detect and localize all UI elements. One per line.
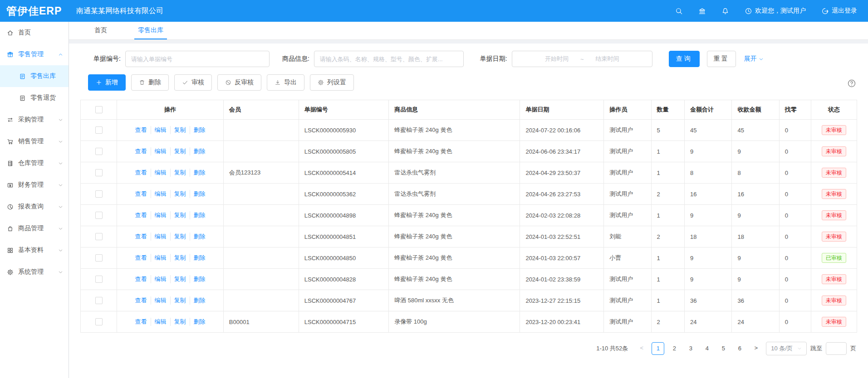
search-button[interactable]: 查询 bbox=[669, 51, 700, 67]
tab-retail-outbound[interactable]: 零售出库 bbox=[132, 21, 170, 39]
logout-button[interactable]: 退出登录 bbox=[821, 7, 857, 15]
action-view-link[interactable]: 查看 bbox=[132, 275, 151, 283]
page-button-6[interactable]: 6 bbox=[733, 342, 746, 355]
action-view-link[interactable]: 查看 bbox=[132, 254, 151, 262]
bell-icon[interactable] bbox=[721, 7, 729, 15]
date-separator: ~ bbox=[580, 56, 584, 63]
reset-button[interactable]: 重置 bbox=[707, 51, 736, 67]
action-view-link[interactable]: 查看 bbox=[132, 126, 151, 134]
help-icon[interactable] bbox=[847, 79, 856, 90]
sidebar-item-retail-outbound[interactable]: 零售出库 bbox=[0, 65, 69, 87]
page-button-2[interactable]: 2 bbox=[668, 342, 681, 355]
action-delete-link[interactable]: 删除 bbox=[190, 147, 209, 155]
action-delete-link[interactable]: 删除 bbox=[190, 190, 209, 198]
action-copy-link[interactable]: 复制 bbox=[170, 254, 190, 262]
action-delete-link[interactable]: 删除 bbox=[190, 169, 209, 177]
action-copy-link[interactable]: 复制 bbox=[170, 211, 190, 219]
row-checkbox[interactable] bbox=[95, 233, 103, 240]
sidebar-item-basic-data[interactable]: 基本资料 bbox=[0, 239, 69, 261]
product-info-input[interactable] bbox=[314, 51, 464, 67]
action-delete-link[interactable]: 删除 bbox=[190, 275, 209, 283]
action-delete-link[interactable]: 删除 bbox=[190, 296, 209, 305]
expand-filters-link[interactable]: 展开 bbox=[744, 55, 764, 63]
action-edit-link[interactable]: 编辑 bbox=[151, 296, 170, 305]
row-checkbox[interactable] bbox=[95, 190, 103, 198]
action-delete-link[interactable]: 删除 bbox=[190, 318, 209, 326]
action-view-link[interactable]: 查看 bbox=[132, 147, 151, 155]
action-copy-link[interactable]: 复制 bbox=[170, 126, 190, 134]
bill-no-input[interactable] bbox=[125, 51, 270, 67]
action-edit-link[interactable]: 编辑 bbox=[151, 318, 170, 326]
sidebar-item-product-manage[interactable]: 商品管理 bbox=[0, 218, 69, 239]
unaudit-button[interactable]: 反审核 bbox=[217, 74, 261, 91]
row-checkbox[interactable] bbox=[95, 318, 103, 325]
action-view-link[interactable]: 查看 bbox=[132, 318, 151, 326]
row-checkbox[interactable] bbox=[95, 297, 103, 304]
page-button-3[interactable]: 3 bbox=[684, 342, 697, 355]
member-cell: 会员123123 bbox=[223, 162, 299, 184]
action-edit-link[interactable]: 编辑 bbox=[151, 147, 170, 155]
action-view-link[interactable]: 查看 bbox=[132, 190, 151, 198]
action-delete-link[interactable]: 删除 bbox=[190, 254, 209, 262]
bill-no-cell: LSCK00000004851 bbox=[299, 226, 388, 247]
select-all-checkbox[interactable] bbox=[95, 106, 103, 113]
date-range-input[interactable]: 开始时间 ~ 结束时间 bbox=[512, 51, 652, 67]
sidebar-item-retail-manage[interactable]: 零售管理 bbox=[0, 44, 69, 65]
row-checkbox[interactable] bbox=[95, 148, 103, 155]
sidebar-item-report-query[interactable]: 报表查询 bbox=[0, 196, 69, 218]
status-badge: 未审核 bbox=[822, 274, 846, 284]
action-edit-link[interactable]: 编辑 bbox=[151, 254, 170, 262]
tab-home[interactable]: 首页 bbox=[88, 21, 113, 39]
page-size-select[interactable]: 10 条/页 bbox=[766, 342, 807, 355]
column-header: 单据日期 bbox=[520, 100, 604, 120]
sidebar-item-purchase-manage[interactable]: 采购管理 bbox=[0, 109, 69, 131]
sidebar-item-system-manage[interactable]: 系统管理 bbox=[0, 261, 69, 283]
sidebar-item-home[interactable]: 首页 bbox=[0, 22, 69, 44]
action-view-link[interactable]: 查看 bbox=[132, 233, 151, 241]
page-button-4[interactable]: 4 bbox=[701, 342, 713, 355]
export-button[interactable]: 导出 bbox=[267, 74, 304, 91]
column-settings-button[interactable]: 列设置 bbox=[310, 74, 354, 91]
sidebar-item-retail-return[interactable]: 零售退货 bbox=[0, 87, 69, 109]
action-edit-link[interactable]: 编辑 bbox=[151, 233, 170, 241]
sidebar-item-finance-manage[interactable]: 财务管理 bbox=[0, 174, 69, 196]
action-copy-link[interactable]: 复制 bbox=[170, 296, 190, 305]
page-button-1[interactable]: 1 bbox=[652, 342, 664, 355]
next-page-button[interactable]: > bbox=[750, 342, 762, 355]
audit-button[interactable]: 审核 bbox=[174, 74, 212, 91]
action-edit-link[interactable]: 编辑 bbox=[151, 211, 170, 219]
row-checkbox[interactable] bbox=[95, 254, 103, 262]
action-edit-link[interactable]: 编辑 bbox=[151, 275, 170, 283]
action-edit-link[interactable]: 编辑 bbox=[151, 169, 170, 177]
action-delete-link[interactable]: 删除 bbox=[190, 126, 209, 134]
add-button[interactable]: 新增 bbox=[88, 74, 126, 91]
action-edit-link[interactable]: 编辑 bbox=[151, 190, 170, 198]
action-copy-link[interactable]: 复制 bbox=[170, 190, 190, 198]
table-row: 查看编辑复制删除LSCK00000005930蜂蜜柚子茶 240g 黄色2024… bbox=[81, 120, 857, 141]
action-view-link[interactable]: 查看 bbox=[132, 169, 151, 177]
delete-button[interactable]: 删除 bbox=[131, 74, 169, 91]
action-copy-link[interactable]: 复制 bbox=[170, 233, 190, 241]
search-icon[interactable] bbox=[675, 7, 683, 15]
action-copy-link[interactable]: 复制 bbox=[170, 275, 190, 283]
action-copy-link[interactable]: 复制 bbox=[170, 169, 190, 177]
prev-page-button[interactable]: < bbox=[635, 342, 648, 355]
action-delete-link[interactable]: 删除 bbox=[190, 211, 209, 219]
action-view-link[interactable]: 查看 bbox=[132, 211, 151, 219]
sidebar-item-warehouse-manage[interactable]: 仓库管理 bbox=[0, 152, 69, 174]
action-copy-link[interactable]: 复制 bbox=[170, 318, 190, 326]
row-checkbox[interactable] bbox=[95, 212, 103, 219]
status-badge: 未审核 bbox=[822, 296, 846, 305]
row-checkbox[interactable] bbox=[95, 126, 103, 134]
action-edit-link[interactable]: 编辑 bbox=[151, 126, 170, 134]
row-checkbox[interactable] bbox=[95, 276, 103, 283]
sidebar-item-sales-manage[interactable]: 销售管理 bbox=[0, 131, 69, 152]
action-delete-link[interactable]: 删除 bbox=[190, 233, 209, 241]
page-button-5[interactable]: 5 bbox=[717, 342, 730, 355]
jump-page-input[interactable] bbox=[826, 342, 847, 355]
action-view-link[interactable]: 查看 bbox=[132, 296, 151, 305]
bank-icon[interactable] bbox=[698, 7, 706, 15]
row-checkbox[interactable] bbox=[95, 169, 103, 176]
welcome-user[interactable]: 欢迎您，测试用户 bbox=[745, 7, 806, 15]
action-copy-link[interactable]: 复制 bbox=[170, 147, 190, 155]
